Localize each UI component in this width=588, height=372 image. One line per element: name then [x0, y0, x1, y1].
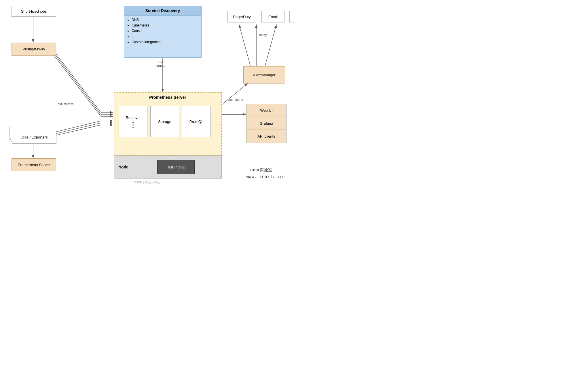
visualization-panel: Web UI Grafana API clients: [246, 104, 287, 143]
jobs-exporters-box1: Jobs / Exporters: [12, 131, 56, 144]
grafana-label: Grafana: [260, 121, 273, 126]
storage-box: Storage: [150, 106, 179, 137]
promql-label: PromQL: [189, 119, 203, 124]
diagram: Short-lived jobs Pushgateway Jobs / Expo…: [0, 0, 294, 186]
hdd-ssd-label: HDD / SSD: [166, 165, 185, 169]
sd-item-k8s: Kubernetes: [132, 23, 198, 28]
pushgateway-label: Pushgateway: [22, 47, 45, 51]
short-lived-jobs-box: Short-lived jobs: [12, 6, 56, 17]
promql-box: PromQL: [182, 106, 211, 137]
csdn-footer: CSDN @袋豆一颗心: [0, 181, 294, 185]
svg-line-22: [239, 24, 251, 66]
watermark: Linux实验室 www.linux1z.com: [246, 166, 285, 180]
api-clients-label: API clients: [257, 134, 275, 138]
retrieval-label: Retrieval: [126, 115, 140, 120]
email-label: Email: [268, 15, 278, 19]
storage-label: Storage: [158, 119, 171, 124]
retrieval-box: Retrieval: [119, 106, 147, 137]
grafana-box: Grafana: [246, 117, 286, 130]
pagerduty-label: PagerDuty: [233, 15, 251, 19]
sd-item-consul: Consul: [132, 28, 198, 34]
svg-line-9: [53, 121, 101, 132]
web-ui-box: Web UI: [246, 104, 286, 117]
sd-item-custom: Custom integration: [132, 39, 198, 45]
web-ui-label: Web UI: [260, 108, 272, 113]
api-clients-box: API clients: [246, 130, 286, 143]
pull-metrics-label: pull metrics: [58, 102, 74, 106]
svg-line-5: [53, 54, 101, 116]
short-lived-jobs-label: Short-lived jobs: [21, 9, 47, 14]
jobs-exporters-label: Jobs / Exporters: [21, 135, 48, 139]
node-outer: Node HDD / SSD: [114, 155, 222, 179]
svg-line-19: [219, 83, 248, 107]
push-alerts-label: push alerts: [227, 98, 243, 101]
prometheus-server-bottom-label: Prometheus Server: [18, 163, 50, 167]
watermark-line2: www.linux1z.com: [246, 173, 285, 180]
service-discovery-title: Service Discovery: [124, 6, 201, 16]
ellipsis-box: ...: [289, 11, 294, 22]
prometheus-server-bottom-box: Prometheus Server: [12, 158, 56, 171]
alertmanager-box: Alertmanager: [243, 66, 285, 83]
svg-line-10: [53, 123, 101, 134]
sd-item-dns: DNS: [132, 17, 198, 23]
prometheus-server-main-label: Prometheus Server: [114, 93, 221, 102]
notify-label: notify: [259, 33, 267, 37]
service-discovery-box: Service Discovery DNS Kubernetes Consul …: [124, 6, 202, 58]
watermark-line1: Linux实验室: [246, 166, 285, 173]
find-targets-label: find targets: [155, 60, 165, 67]
service-discovery-list: DNS Kubernetes Consul ... Custom integra…: [124, 16, 201, 47]
node-label: Node: [118, 165, 128, 169]
email-box: Email: [261, 11, 284, 22]
hdd-ssd-box: HDD / SSD: [157, 160, 195, 174]
retrieval-dots: [132, 122, 134, 128]
prometheus-server-outer: Prometheus Server Retrieval Storage Prom…: [114, 92, 222, 155]
alertmanager-label: Alertmanager: [253, 73, 275, 77]
pushgateway-box: Pushgateway: [12, 43, 56, 56]
svg-line-11: [53, 125, 101, 136]
sd-item-ellipsis: ...: [132, 34, 198, 39]
pagerduty-box: PagerDuty: [227, 11, 256, 22]
svg-line-21: [265, 24, 276, 66]
